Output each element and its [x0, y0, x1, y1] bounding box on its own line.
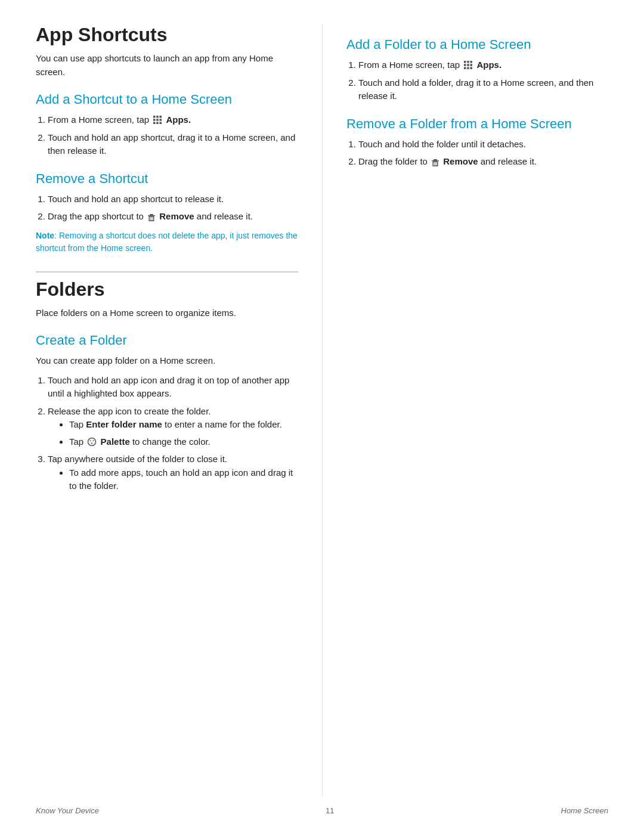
list-item: Drag the folder to Remove and release it…	[358, 155, 608, 169]
svg-rect-9	[148, 215, 155, 216]
page: App Shortcuts You can use app shortcuts …	[0, 0, 644, 833]
trash-icon	[147, 212, 156, 221]
add-shortcut-title: Add a Shortcut to a Home Screen	[36, 92, 298, 107]
list-item: Tap Enter folder name to enter a name fo…	[69, 418, 298, 432]
svg-rect-5	[160, 119, 162, 121]
apps-icon	[463, 60, 473, 70]
footer-page-number: 11	[326, 806, 334, 815]
note-label: Note	[36, 231, 54, 240]
svg-rect-2	[160, 116, 162, 118]
create-folder-title: Create a Folder	[36, 333, 298, 348]
svg-point-15	[88, 438, 96, 445]
palette-icon	[87, 437, 97, 447]
svg-point-19	[90, 442, 91, 443]
remove-folder-title: Remove a Folder from a Home Screen	[346, 116, 608, 132]
svg-rect-6	[153, 122, 156, 125]
svg-rect-27	[467, 67, 469, 70]
create-folder-bullets: Tap Enter folder name to enter a name fo…	[69, 418, 298, 448]
folders-section: Folders Place folders on a Home screen t…	[36, 271, 298, 493]
svg-rect-24	[467, 64, 469, 66]
svg-rect-4	[156, 119, 159, 121]
step3-bullets: To add more apps, touch an hold an app i…	[69, 466, 298, 493]
svg-rect-13	[151, 217, 152, 221]
svg-rect-26	[464, 67, 466, 70]
list-item: Touch and hold a folder, drag it to a Ho…	[358, 76, 608, 103]
remove-shortcut-steps: Touch and hold an app shortcut to releas…	[48, 193, 298, 224]
footer: Know Your Device 11 Home Screen	[36, 806, 608, 815]
trash-icon	[431, 157, 439, 166]
svg-rect-14	[153, 217, 154, 221]
add-shortcut-steps: From a Home screen, tap	[48, 113, 298, 158]
svg-point-18	[91, 442, 92, 444]
list-item: From a Home screen, tap	[48, 113, 298, 127]
create-folder-desc: You can create app folder on a Home scre…	[36, 354, 298, 368]
svg-rect-29	[432, 160, 439, 162]
list-item: Touch and hold an app shortcut, drag it …	[48, 131, 298, 158]
svg-rect-34	[436, 162, 438, 166]
list-item: Tap anywhere outside of the folder to cl…	[48, 453, 298, 493]
add-folder-title: Add a Folder to a Home Screen	[346, 37, 608, 52]
list-item: Touch and hold an app icon and drag it o…	[48, 374, 298, 401]
svg-rect-8	[160, 122, 162, 125]
app-shortcuts-title: App Shortcuts	[36, 24, 298, 46]
folders-title: Folders	[36, 278, 298, 301]
svg-rect-28	[470, 67, 473, 70]
remove-folder-steps: Touch and hold the folder until it detac…	[358, 138, 608, 169]
remove-shortcut-title: Remove a Shortcut	[36, 171, 298, 187]
remove-label: Remove	[443, 156, 478, 166]
svg-rect-0	[153, 116, 156, 118]
footer-right: Home Screen	[561, 806, 608, 815]
svg-rect-7	[156, 122, 159, 125]
footer-left: Know Your Device	[36, 806, 99, 815]
apps-label: Apps.	[476, 60, 501, 70]
svg-rect-33	[435, 162, 436, 166]
create-folder-steps: Touch and hold an app icon and drag it o…	[48, 374, 298, 493]
list-item: Release the app icon to create the folde…	[48, 405, 298, 449]
svg-rect-3	[153, 119, 156, 121]
list-item: Drag the app shortcut to Remove and rele…	[48, 210, 298, 224]
svg-point-16	[90, 439, 91, 441]
svg-rect-30	[434, 159, 437, 160]
note-text: Note: Removing a shortcut does not delet…	[36, 230, 298, 255]
svg-rect-20	[464, 61, 466, 63]
folders-desc: Place folders on a Home screen to organi…	[36, 306, 298, 320]
add-folder-steps: From a Home screen, tap	[358, 58, 608, 103]
palette-label: Palette	[101, 436, 130, 447]
list-item: To add more apps, touch an hold an app i…	[69, 466, 298, 493]
left-column: App Shortcuts You can use app shortcuts …	[36, 24, 322, 797]
apps-icon	[153, 115, 162, 125]
apps-label: Apps.	[166, 114, 191, 125]
svg-rect-1	[156, 116, 159, 118]
svg-rect-22	[470, 61, 473, 63]
svg-rect-10	[150, 214, 153, 215]
svg-rect-21	[467, 61, 469, 63]
list-item: Touch and hold an app shortcut to releas…	[48, 193, 298, 206]
list-item: Tap Pal	[69, 435, 298, 449]
list-item: Touch and hold the folder until it detac…	[358, 138, 608, 151]
app-shortcuts-desc: You can use app shortcuts to launch an a…	[36, 52, 298, 79]
remove-label: Remove	[159, 211, 194, 221]
list-item: From a Home screen, tap	[358, 58, 608, 72]
right-column: Add a Folder to a Home Screen From a Hom…	[322, 24, 608, 797]
svg-point-17	[93, 439, 94, 441]
enter-folder-name-label: Enter folder name	[86, 419, 162, 429]
svg-rect-25	[470, 64, 473, 66]
svg-rect-32	[434, 162, 435, 166]
svg-rect-23	[464, 64, 466, 66]
svg-rect-12	[150, 217, 151, 221]
